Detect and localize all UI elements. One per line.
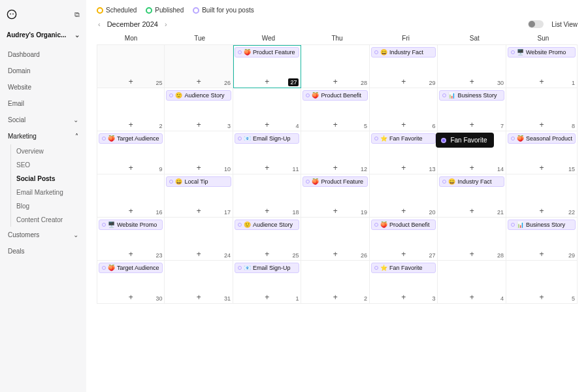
sidebar-item-website[interactable]: Website [7,79,80,95]
calendar-cell[interactable]: +10 [165,131,233,174]
add-event-button[interactable]: + [539,77,544,86]
calendar-cell[interactable]: 🙂Audience Story+3 [165,88,233,131]
calendar-cell[interactable]: +25 [97,45,165,88]
calendar-cell[interactable]: 📊Business Story+29 [506,218,578,261]
sidebar-item-deals[interactable]: Deals [7,243,80,259]
add-event-button[interactable]: + [129,163,133,172]
calendar-event[interactable]: 🍑Product Feature [235,47,299,57]
calendar-cell[interactable]: +20 [370,174,438,218]
add-event-button[interactable]: + [197,206,201,216]
calendar-cell[interactable]: +6 [370,88,438,131]
calendar-cell[interactable]: 😄Industry Fact+21 [438,174,506,218]
calendar-cell[interactable]: +30 [438,45,506,88]
add-event-button[interactable]: + [197,293,201,302]
add-event-button[interactable]: + [539,293,544,302]
calendar-event[interactable]: 🍑Target Audience [99,133,163,144]
calendar-cell[interactable]: +12 [301,131,370,174]
calendar-cell[interactable]: 🖥️Website Promo+1 [506,45,578,88]
sidebar-subitem-email-marketing[interactable]: Email Marketing [16,186,80,199]
sidebar-subitem-content-creator[interactable]: Content Creator [16,213,80,227]
add-event-button[interactable]: + [539,120,544,129]
calendar-cell[interactable]: +28 [301,45,370,88]
calendar-event[interactable]: 🍑Product Benefit [302,90,368,101]
calendar-event[interactable]: ⭐Fan Favorite [371,263,436,273]
calendar-cell[interactable]: 🍑Seasonal Product+15 [506,131,578,174]
sidebar-subitem-seo[interactable]: SEO [16,158,80,172]
add-event-button[interactable]: + [539,250,544,259]
calendar-cell[interactable]: 😄Industry Fact+29 [370,45,438,88]
sidebar-item-customers[interactable]: Customers⌄ [7,227,80,243]
add-event-button[interactable]: + [129,293,133,302]
calendar-cell[interactable]: +24 [165,218,233,261]
calendar-cell[interactable]: 🍑Target Audience+30 [97,261,165,304]
add-event-button[interactable]: + [265,77,269,86]
calendar-cell[interactable]: +5 [506,261,578,304]
calendar-cell[interactable]: 🍑Product Feature+27 [233,45,301,88]
collapse-sidebar-icon[interactable]: ⧉ [74,10,80,19]
calendar-event[interactable]: 🖥️Website Promo [99,220,163,230]
add-event-button[interactable]: + [197,120,201,129]
calendar-cell[interactable]: +18 [233,174,301,218]
add-event-button[interactable]: + [197,77,201,86]
add-event-button[interactable]: + [401,206,406,216]
add-event-button[interactable]: + [333,250,338,259]
prev-month-button[interactable]: ‹ [97,20,102,28]
calendar-event[interactable]: 🍑Product Benefit [371,220,436,230]
calendar-event[interactable]: 😄Industry Fact [371,47,436,57]
next-month-button[interactable]: › [163,20,169,28]
sidebar-subitem-blog[interactable]: Blog [16,199,80,213]
calendar-event[interactable]: 🍑Target Audience [99,263,163,273]
calendar-cell[interactable]: 📧Email Sign-Up+11 [233,131,301,174]
calendar-cell[interactable]: +8 [506,88,578,131]
add-event-button[interactable]: + [197,250,201,259]
calendar-cell[interactable]: 🖥️Website Promo+23 [97,218,165,261]
calendar-cell[interactable]: +16 [97,174,165,218]
calendar-event[interactable]: 😄Industry Fact [439,176,504,187]
add-event-button[interactable]: + [333,293,338,302]
calendar-cell[interactable]: +2 [97,88,165,131]
calendar-event[interactable]: 📧Email Sign-Up [235,133,299,144]
add-event-button[interactable]: + [470,293,474,302]
sidebar-item-domain[interactable]: Domain [7,63,80,79]
sidebar-subitem-social-posts[interactable]: Social Posts [16,172,80,186]
add-event-button[interactable]: + [470,206,474,216]
sidebar-item-marketing[interactable]: Marketing˄ [7,128,80,144]
calendar-cell[interactable]: 📊Business Story+7 [438,88,506,131]
add-event-button[interactable]: + [470,163,474,172]
list-view-toggle[interactable] [528,20,544,28]
add-event-button[interactable]: + [401,120,406,129]
calendar-event[interactable]: 📧Email Sign-Up [235,263,299,273]
calendar-cell[interactable]: +2 [301,261,370,304]
add-event-button[interactable]: + [129,77,133,86]
calendar-cell[interactable]: 🍑Target Audience+9 [97,131,165,174]
add-event-button[interactable]: + [197,163,201,172]
add-event-button[interactable]: + [333,77,338,86]
add-event-button[interactable]: + [333,120,338,129]
calendar-cell[interactable]: +28 [438,218,506,261]
add-event-button[interactable]: + [265,163,269,172]
add-event-button[interactable]: + [129,250,133,259]
sidebar-item-social[interactable]: Social⌄ [7,112,80,128]
store-selector[interactable]: Audrey's Organic... ⌄ [7,31,80,39]
sidebar-subitem-overview[interactable]: Overview [16,144,80,158]
add-event-button[interactable]: + [401,163,406,172]
calendar-event[interactable]: 😄Local Tip [166,176,231,187]
calendar-cell[interactable]: 📧Email Sign-Up+1 [233,261,301,304]
add-event-button[interactable]: + [401,77,406,86]
add-event-button[interactable]: + [401,250,406,259]
calendar-cell[interactable]: 🍑Product Benefit+5 [301,88,370,131]
calendar-event[interactable]: 📊Business Story [508,220,576,230]
add-event-button[interactable]: + [539,206,544,216]
add-event-button[interactable]: + [265,206,269,216]
calendar-cell[interactable]: +26 [301,218,370,261]
add-event-button[interactable]: + [129,206,133,216]
calendar-cell[interactable]: 🍑Product Feature+19 [301,174,370,218]
calendar-cell[interactable]: 😄Local Tip+17 [165,174,233,218]
add-event-button[interactable]: + [470,120,474,129]
calendar-event[interactable]: 🍑Product Feature [302,176,368,187]
add-event-button[interactable]: + [129,120,133,129]
calendar-event[interactable]: 🍑Seasonal Product [508,133,576,144]
add-event-button[interactable]: + [265,120,269,129]
add-event-button[interactable]: + [470,250,474,259]
add-event-button[interactable]: + [265,293,269,302]
